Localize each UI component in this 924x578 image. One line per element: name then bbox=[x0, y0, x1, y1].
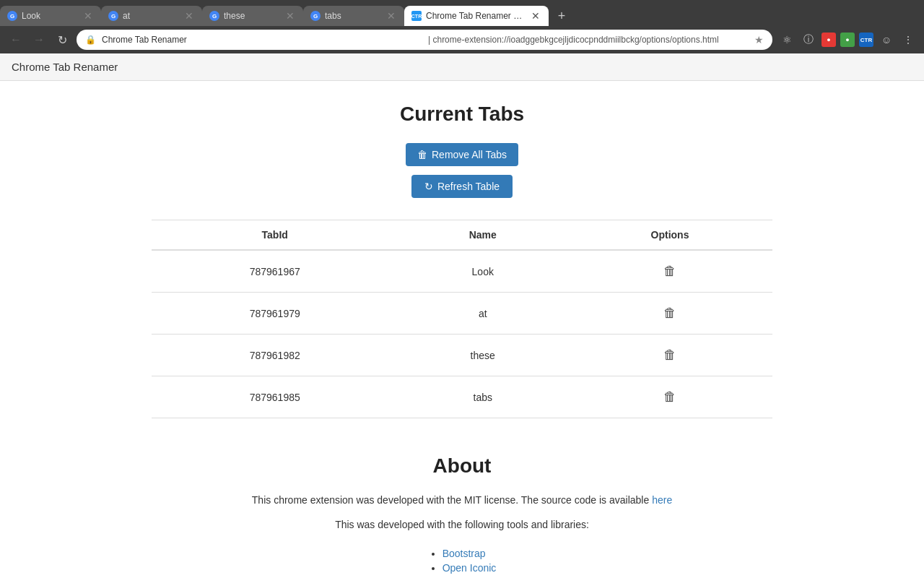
refresh-button[interactable]: ↻ bbox=[53, 31, 71, 48]
cell-tabid-0: 787961967 bbox=[152, 250, 398, 293]
bookmark-icon[interactable]: ★ bbox=[754, 34, 764, 46]
tab-tabs[interactable]: G tabs ✕ bbox=[303, 6, 404, 26]
col-name: Name bbox=[398, 220, 567, 251]
browser-chrome: G Look ✕ G at ✕ G these ✕ G tabs ✕ CTR C… bbox=[0, 0, 924, 53]
open-iconic-link[interactable]: Open Iconic bbox=[443, 562, 497, 574]
cell-options-1: 🗑 bbox=[567, 293, 772, 335]
tab-tabs-title: tabs bbox=[325, 11, 381, 21]
url-bar[interactable]: 🔒 Chrome Tab Renamer | chrome-extension:… bbox=[77, 30, 772, 50]
toolbar-icons: ⚛ ⓘ ● ● CTR ☺ ⋮ bbox=[778, 31, 917, 48]
ext-red-icon[interactable]: ● bbox=[821, 33, 836, 47]
col-options: Options bbox=[567, 220, 772, 251]
cell-tabid-1: 787961979 bbox=[152, 293, 398, 335]
back-button[interactable]: ← bbox=[7, 31, 25, 48]
cell-tabid-3: 787961985 bbox=[152, 376, 398, 418]
about-section: About This chrome extension was develope… bbox=[209, 454, 715, 578]
tab-look-favicon: G bbox=[7, 11, 17, 21]
col-tabid: TabId bbox=[152, 220, 398, 251]
tab-tabs-favicon: G bbox=[310, 11, 321, 21]
address-bar: ← → ↻ 🔒 Chrome Tab Renamer | chrome-exte… bbox=[0, 26, 924, 53]
tab-options-favicon: CTR bbox=[411, 11, 422, 21]
tab-options[interactable]: CTR Chrome Tab Renamer Options ✕ bbox=[404, 6, 549, 26]
action-buttons: 🗑 Remove All Tabs ↻ Refresh Table bbox=[14, 143, 910, 198]
cell-name-0: Look bbox=[398, 250, 567, 293]
about-heading: About bbox=[209, 454, 715, 478]
tab-these-close[interactable]: ✕ bbox=[284, 10, 296, 22]
menu-icon[interactable]: ⋮ bbox=[899, 31, 917, 48]
ext-green-icon[interactable]: ● bbox=[840, 33, 855, 47]
tab-look-title: Look bbox=[22, 11, 78, 21]
tab-options-title: Chrome Tab Renamer Options bbox=[426, 11, 526, 21]
delete-tab-0-button[interactable]: 🗑 bbox=[658, 262, 682, 280]
cell-options-2: 🗑 bbox=[567, 335, 772, 376]
ext-ctr-icon[interactable]: CTR bbox=[859, 33, 873, 47]
trash-icon: 🗑 bbox=[417, 149, 427, 160]
page-header: Chrome Tab Renamer bbox=[0, 53, 924, 81]
cell-name-1: at bbox=[398, 293, 567, 335]
url-text: | chrome-extension://ioadggebkgcejljdico… bbox=[428, 35, 749, 45]
url-display-name: Chrome Tab Renamer bbox=[102, 35, 422, 45]
tab-these[interactable]: G these ✕ bbox=[202, 6, 303, 26]
help-icon[interactable]: ⓘ bbox=[800, 31, 817, 48]
new-tab-button[interactable]: + bbox=[552, 6, 572, 26]
page-content: Current Tabs 🗑 Remove All Tabs ↻ Refresh… bbox=[0, 81, 924, 578]
tab-look-close[interactable]: ✕ bbox=[82, 10, 94, 22]
here-link[interactable]: here bbox=[652, 494, 672, 506]
tab-tabs-close[interactable]: ✕ bbox=[385, 10, 397, 22]
lock-icon: 🔒 bbox=[85, 35, 96, 45]
delete-tab-3-button[interactable]: 🗑 bbox=[658, 388, 682, 406]
table-row: 787961967 Look 🗑 bbox=[152, 250, 772, 293]
refresh-table-button[interactable]: ↻ Refresh Table bbox=[411, 175, 513, 198]
cell-options-3: 🗑 bbox=[567, 376, 772, 418]
remove-all-tabs-button[interactable]: 🗑 Remove All Tabs bbox=[406, 143, 518, 166]
bootstrap-link[interactable]: Bootstrap bbox=[443, 548, 486, 559]
profile-icon[interactable]: ☺ bbox=[878, 31, 895, 48]
table-row: 787961982 these 🗑 bbox=[152, 335, 772, 376]
cell-name-3: tabs bbox=[398, 376, 567, 418]
tab-these-title: these bbox=[224, 11, 280, 21]
refresh-icon: ↻ bbox=[424, 181, 433, 192]
extensions-icon[interactable]: ⚛ bbox=[778, 31, 796, 48]
current-tabs-heading: Current Tabs bbox=[14, 103, 910, 126]
table-row: 787961985 tabs 🗑 bbox=[152, 376, 772, 418]
tab-at-title: at bbox=[123, 11, 179, 21]
table-row: 787961979 at 🗑 bbox=[152, 293, 772, 335]
tab-bar: G Look ✕ G at ✕ G these ✕ G tabs ✕ CTR C… bbox=[0, 0, 924, 26]
delete-tab-2-button[interactable]: 🗑 bbox=[658, 346, 682, 364]
delete-tab-1-button[interactable]: 🗑 bbox=[658, 304, 682, 322]
forward-button[interactable]: → bbox=[30, 31, 48, 48]
extension-title: Chrome Tab Renamer bbox=[12, 61, 118, 73]
cell-tabid-2: 787961982 bbox=[152, 335, 398, 376]
cell-name-2: these bbox=[398, 335, 567, 376]
tab-look[interactable]: G Look ✕ bbox=[0, 6, 101, 26]
tools-list: Bootstrap Open Iconic bbox=[428, 548, 497, 577]
tab-options-close[interactable]: ✕ bbox=[530, 10, 541, 22]
tab-at-favicon: G bbox=[108, 11, 118, 21]
cell-options-0: 🗑 bbox=[567, 250, 772, 293]
about-description: This chrome extension was developed with… bbox=[209, 492, 715, 508]
tools-text: This was developed with the following to… bbox=[209, 517, 715, 532]
tab-at-close[interactable]: ✕ bbox=[183, 10, 195, 22]
tab-at[interactable]: G at ✕ bbox=[101, 6, 202, 26]
tabs-table: TabId Name Options 787961967 Look 🗑 7879… bbox=[152, 220, 772, 418]
tab-these-favicon: G bbox=[209, 11, 219, 21]
table-header-row: TabId Name Options bbox=[152, 220, 772, 251]
